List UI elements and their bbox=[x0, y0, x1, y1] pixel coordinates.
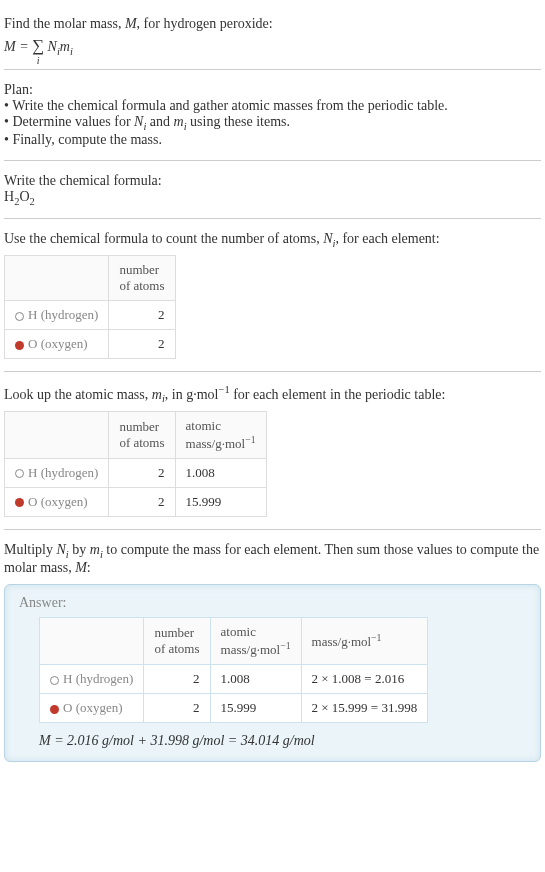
table-row: O (oxygen) 2 bbox=[5, 330, 176, 359]
element-hydrogen: H (hydrogen) bbox=[5, 301, 109, 330]
col-atomic-mass: atomicmass/g·mol−1 bbox=[175, 411, 266, 458]
o-mass-calc: 2 × 15.999 = 31.998 bbox=[301, 694, 428, 723]
h-atomic-mass: 1.008 bbox=[210, 665, 301, 694]
atomic-mass-table: numberof atoms atomicmass/g·mol−1 H (hyd… bbox=[4, 411, 267, 517]
lookup-section: Look up the atomic mass, mi, in g·mol−1 … bbox=[4, 376, 541, 525]
formula-heading: Write the chemical formula: bbox=[4, 173, 541, 189]
table-header-row: numberof atoms bbox=[5, 256, 176, 301]
h-mass-calc: 2 × 1.008 = 2.016 bbox=[301, 665, 428, 694]
prompt-M: M bbox=[125, 16, 137, 31]
col-number-atoms: numberof atoms bbox=[109, 256, 175, 301]
count-text: Use the chemical formula to count the nu… bbox=[4, 231, 541, 249]
atom-count-table: numberof atoms H (hydrogen) 2 O (oxygen)… bbox=[4, 255, 176, 359]
prompt-suf: , for hydrogen peroxide: bbox=[137, 16, 273, 31]
prompt-pre: Find the molar mass, bbox=[4, 16, 125, 31]
sigma-sub: i bbox=[37, 55, 40, 66]
compute-text: Multiply Ni by mi to compute the mass fo… bbox=[4, 542, 541, 576]
chemical-formula: H2O2 bbox=[4, 189, 541, 207]
oxygen-dot-icon bbox=[15, 498, 24, 507]
element-oxygen: O (oxygen) bbox=[5, 487, 109, 516]
plan-bullet-1: • Write the chemical formula and gather … bbox=[4, 98, 541, 114]
plan-heading: Plan: bbox=[4, 82, 541, 98]
plan-bullet-2: • Determine values for Ni and mi using t… bbox=[4, 114, 541, 132]
divider bbox=[4, 529, 541, 530]
oxygen-dot-icon bbox=[15, 341, 24, 350]
hydrogen-dot-icon bbox=[15, 469, 24, 478]
table-row: O (oxygen) 2 15.999 bbox=[5, 487, 267, 516]
eq-N: N bbox=[48, 39, 57, 54]
o-atomic-mass: 15.999 bbox=[210, 694, 301, 723]
element-oxygen: O (oxygen) bbox=[40, 694, 144, 723]
answer-table: numberof atoms atomicmass/g·mol−1 mass/g… bbox=[39, 617, 428, 723]
o-count: 2 bbox=[109, 487, 175, 516]
col-element bbox=[40, 617, 144, 664]
col-number-atoms: numberof atoms bbox=[109, 411, 175, 458]
o-count: 2 bbox=[144, 694, 210, 723]
plan-section: Plan: • Write the chemical formula and g… bbox=[4, 74, 541, 156]
answer-box: Answer: numberof atoms atomicmass/g·mol−… bbox=[4, 584, 541, 762]
table-header-row: numberof atoms atomicmass/g·mol−1 bbox=[5, 411, 267, 458]
table-row: H (hydrogen) 2 bbox=[5, 301, 176, 330]
h-count: 2 bbox=[109, 458, 175, 487]
eq-lhs: M = bbox=[4, 39, 32, 54]
divider bbox=[4, 371, 541, 372]
table-row: H (hydrogen) 2 1.008 bbox=[5, 458, 267, 487]
oxygen-dot-icon bbox=[50, 705, 59, 714]
eq-m: m bbox=[60, 39, 70, 54]
molar-mass-equation: M = ∑i Nimi bbox=[4, 36, 541, 57]
col-atomic-mass: atomicmass/g·mol−1 bbox=[210, 617, 301, 664]
o-mass: 15.999 bbox=[175, 487, 266, 516]
col-number-atoms: numberof atoms bbox=[144, 617, 210, 664]
hydrogen-dot-icon bbox=[50, 676, 59, 685]
col-element bbox=[5, 256, 109, 301]
divider bbox=[4, 218, 541, 219]
col-element bbox=[5, 411, 109, 458]
lookup-text: Look up the atomic mass, mi, in g·mol−1 … bbox=[4, 384, 541, 404]
table-row: O (oxygen) 2 15.999 2 × 15.999 = 31.998 bbox=[40, 694, 428, 723]
eq-i2: i bbox=[70, 46, 73, 57]
divider bbox=[4, 160, 541, 161]
molar-mass-result: M = 2.016 g/mol + 31.998 g/mol = 34.014 … bbox=[39, 733, 526, 749]
col-mass: mass/g·mol−1 bbox=[301, 617, 428, 664]
hydrogen-dot-icon bbox=[15, 312, 24, 321]
count-section: Use the chemical formula to count the nu… bbox=[4, 223, 541, 367]
prompt-text: Find the molar mass, M, for hydrogen per… bbox=[4, 16, 541, 32]
o-count: 2 bbox=[109, 330, 175, 359]
formula-section: Write the chemical formula: H2O2 bbox=[4, 165, 541, 215]
sigma-icon: ∑i bbox=[32, 36, 44, 56]
element-hydrogen: H (hydrogen) bbox=[5, 458, 109, 487]
prompt-section: Find the molar mass, M, for hydrogen per… bbox=[4, 8, 541, 65]
divider bbox=[4, 69, 541, 70]
compute-section: Multiply Ni by mi to compute the mass fo… bbox=[4, 534, 541, 770]
h-mass: 1.008 bbox=[175, 458, 266, 487]
plan-bullet-3: • Finally, compute the mass. bbox=[4, 132, 541, 148]
h-count: 2 bbox=[109, 301, 175, 330]
element-oxygen: O (oxygen) bbox=[5, 330, 109, 359]
table-header-row: numberof atoms atomicmass/g·mol−1 mass/g… bbox=[40, 617, 428, 664]
answer-label: Answer: bbox=[19, 595, 526, 611]
h-count: 2 bbox=[144, 665, 210, 694]
element-hydrogen: H (hydrogen) bbox=[40, 665, 144, 694]
table-row: H (hydrogen) 2 1.008 2 × 1.008 = 2.016 bbox=[40, 665, 428, 694]
